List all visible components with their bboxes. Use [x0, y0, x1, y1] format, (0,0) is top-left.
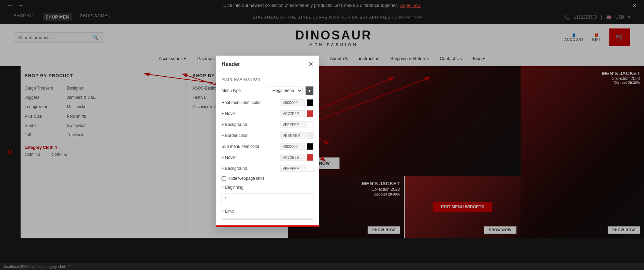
- hover-color-swatch[interactable]: [307, 110, 313, 117]
- sub-bg-picker: [281, 165, 313, 172]
- border-color-hex[interactable]: [281, 132, 305, 139]
- sub-bg-hex[interactable]: [281, 165, 305, 172]
- hover-label: + Hover: [222, 111, 281, 116]
- edit-menu-widgets-button[interactable]: EDIT MENU WIDGETS: [216, 225, 319, 227]
- menu-type-label: Menu type: [222, 88, 268, 93]
- sub-hover-hex[interactable]: [281, 154, 305, 161]
- hide-links-row: Hide webpage links: [222, 174, 313, 183]
- beginning-label: + Beginning: [222, 185, 313, 190]
- background-color-picker: [281, 121, 313, 128]
- limit-label: + Limit: [222, 209, 313, 214]
- sub-background-label: + Background: [222, 166, 281, 171]
- sub-background-row: + Background: [222, 163, 313, 174]
- sub-hover-row: + Hover: [222, 152, 313, 163]
- border-color-picker: [281, 132, 313, 139]
- beginning-row: + Beginning: [222, 183, 313, 192]
- border-color-swatch[interactable]: [307, 132, 313, 139]
- hide-links-checkbox[interactable]: [222, 176, 226, 181]
- modal-title-bar: Header ✕: [216, 56, 319, 73]
- modal-title: Header: [222, 61, 240, 67]
- root-color-row: Root menu item color: [222, 97, 313, 108]
- root-color-swatch[interactable]: [307, 99, 313, 106]
- limit-row: + Limit: [222, 207, 313, 216]
- modal-section-title: Main navigation: [222, 73, 313, 84]
- sub-hover-label: + Hover: [222, 155, 281, 160]
- background-color-swatch[interactable]: [307, 121, 313, 128]
- background-row: + Background: [222, 119, 313, 130]
- beginning-section: + Beginning: [222, 183, 313, 204]
- menu-type-row: Menu type Mega menu ▾: [222, 84, 313, 97]
- sub-color-label: Sub menu item color: [222, 144, 281, 149]
- background-label: + Background: [222, 122, 281, 127]
- border-color-label: + Border color: [222, 133, 281, 138]
- root-color-hex[interactable]: [281, 99, 305, 106]
- modal-close-button[interactable]: ✕: [308, 60, 313, 68]
- menu-type-control: Mega menu ▾: [268, 86, 313, 95]
- sub-color-picker: [281, 143, 313, 150]
- header-modal: Header ✕ Main navigation Menu type Mega …: [216, 56, 319, 227]
- hide-links-label: Hide webpage links: [229, 176, 264, 181]
- sub-color-hex[interactable]: [281, 143, 305, 150]
- root-color-label: Root menu item color: [222, 100, 281, 105]
- root-color-picker: [281, 99, 313, 106]
- sub-hover-swatch[interactable]: [307, 154, 313, 161]
- limit-scrollbar[interactable]: [222, 219, 313, 220]
- hover-row: + Hover: [222, 108, 313, 119]
- sub-color-swatch[interactable]: [307, 143, 313, 150]
- border-color-row: + Border color: [222, 130, 313, 141]
- sub-color-row: Sub menu item color: [222, 141, 313, 152]
- modal-overlay: Header ✕ Main navigation Menu type Mega …: [0, 0, 644, 270]
- modal-section: Main navigation Menu type Mega menu ▾ Ro…: [216, 73, 319, 225]
- menu-type-select[interactable]: Mega menu: [268, 86, 303, 95]
- background-color-hex[interactable]: [281, 121, 305, 128]
- hover-color-picker: [281, 110, 313, 117]
- sub-bg-swatch[interactable]: [307, 165, 313, 172]
- menu-type-dropdown-btn[interactable]: ▾: [306, 86, 313, 95]
- sub-hover-picker: [281, 154, 313, 161]
- beginning-input[interactable]: [222, 193, 313, 204]
- hover-color-hex[interactable]: [281, 110, 305, 117]
